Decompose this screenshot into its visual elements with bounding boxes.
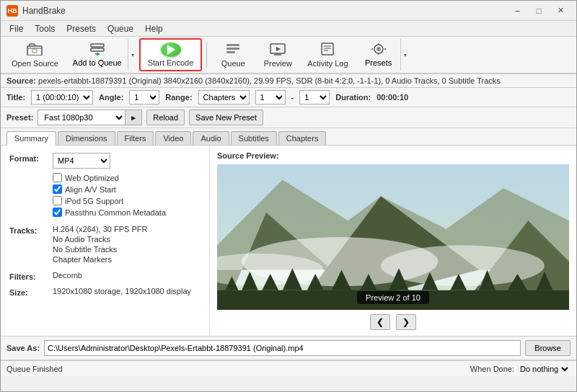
- tracks-section-label: Tracks:: [9, 225, 53, 235]
- toolbar: Open Source Add to Queue ▾ Start Encode: [1, 37, 576, 74]
- duration-label: Duration:: [335, 93, 371, 102]
- align-av-row: Align A/V Start: [53, 184, 201, 194]
- reload-button[interactable]: Reload: [146, 110, 185, 125]
- saveas-bar: Save As: Browse: [1, 337, 576, 360]
- preview-next-button[interactable]: ❯: [396, 314, 416, 330]
- menu-file[interactable]: File: [4, 21, 29, 36]
- tab-audio[interactable]: Audio: [193, 131, 229, 145]
- when-done-section: When Done: Do nothing: [470, 364, 571, 374]
- start-encode-icon: [161, 43, 181, 57]
- menu-bar: File Tools Presets Queue Help: [1, 21, 576, 37]
- add-to-queue-button[interactable]: Add to Queue ▾: [66, 38, 138, 71]
- summary-panel: Format: MP4 Web Optimized Align A/V Star…: [1, 146, 210, 336]
- svg-point-17: [376, 47, 381, 51]
- format-section-label: Format:: [9, 153, 53, 163]
- track-0: H.264 (x264), 30 FPS PFR: [53, 225, 201, 233]
- minimize-button[interactable]: ‒: [507, 4, 527, 18]
- track-2: No Subtitle Tracks: [53, 245, 201, 254]
- queue-button[interactable]: Queue: [211, 38, 255, 71]
- passthru-metadata-label: Passthru Common Metadata: [65, 208, 166, 217]
- tab-dimensions[interactable]: Dimensions: [58, 131, 115, 145]
- ipod-support-label: iPod 5G Support: [65, 197, 123, 205]
- svg-rect-1: [32, 49, 37, 53]
- queue-icon: [225, 43, 241, 58]
- start-encode-label: Start Encode: [148, 58, 194, 67]
- add-queue-icon: [89, 43, 105, 57]
- save-new-preset-button[interactable]: Save New Preset: [189, 110, 263, 125]
- range-type-select[interactable]: Chapters: [198, 90, 250, 104]
- preset-arrow-button[interactable]: ►: [125, 110, 141, 125]
- title-label: Title:: [6, 93, 25, 102]
- preview-nav: ❮ ❯: [217, 310, 569, 330]
- source-value: pexels-ertabbt-18879391 (Original) 3840x…: [38, 76, 501, 85]
- presets-button[interactable]: Presets ▾: [356, 38, 410, 71]
- svg-marker-10: [276, 47, 281, 51]
- source-label: Source:: [6, 76, 36, 85]
- title-bar: HB HandBrake ‒ □ ✕: [1, 1, 576, 21]
- toolbar-separator-1: [206, 42, 207, 68]
- app-icon: HB: [6, 5, 18, 17]
- angle-select[interactable]: 1: [129, 90, 159, 104]
- filters-value: Decomb: [53, 271, 82, 280]
- ipod-support-checkbox[interactable]: [53, 196, 62, 205]
- close-button[interactable]: ✕: [550, 4, 571, 18]
- app-title: HandBrake: [22, 6, 507, 16]
- format-select[interactable]: MP4: [53, 153, 110, 169]
- preview-label: Preview: [264, 59, 292, 68]
- size-section-label: Size:: [9, 287, 53, 297]
- svg-rect-6: [226, 44, 239, 46]
- queue-label: Queue: [221, 59, 245, 68]
- open-source-button[interactable]: Open Source: [5, 38, 65, 71]
- menu-presets[interactable]: Presets: [61, 21, 102, 36]
- presets-dropdown-arrow[interactable]: ▾: [400, 39, 410, 71]
- saveas-input[interactable]: [44, 340, 521, 356]
- svg-rect-7: [226, 48, 239, 50]
- ipod-support-row: iPod 5G Support: [53, 196, 201, 205]
- main-content: Format: MP4 Web Optimized Align A/V Star…: [1, 146, 576, 337]
- svg-rect-8: [226, 51, 235, 53]
- title-select[interactable]: 1 (00:00:10): [31, 90, 93, 104]
- tab-filters[interactable]: Filters: [117, 131, 154, 145]
- range-from-select[interactable]: 1: [255, 90, 286, 104]
- tab-chapters[interactable]: Chapters: [278, 131, 327, 145]
- browse-button[interactable]: Browse: [525, 340, 571, 356]
- web-optimized-checkbox[interactable]: [53, 173, 62, 182]
- maximize-button[interactable]: □: [529, 4, 549, 18]
- preview-icon: [270, 43, 286, 58]
- align-av-label: Align A/V Start: [65, 185, 116, 194]
- menu-tools[interactable]: Tools: [29, 21, 61, 36]
- menu-queue[interactable]: Queue: [102, 21, 139, 36]
- range-dash: -: [291, 93, 294, 102]
- track-3: Chapter Markers: [53, 255, 201, 264]
- range-label: Range:: [165, 93, 192, 102]
- presets-icon: [371, 43, 387, 57]
- preview-prev-button[interactable]: ❮: [370, 314, 390, 330]
- preset-select[interactable]: Fast 1080p30: [38, 112, 125, 122]
- open-source-label: Open Source: [12, 59, 58, 68]
- track-1: No Audio Tracks: [53, 235, 201, 244]
- tab-summary[interactable]: Summary: [6, 131, 56, 146]
- add-queue-dropdown-arrow[interactable]: ▾: [128, 39, 137, 71]
- preview-title: Source Preview:: [217, 151, 569, 160]
- filters-section-label: Filters:: [9, 271, 53, 281]
- web-optimized-label: Web Optimized: [65, 174, 119, 182]
- preset-select-wrap: Fast 1080p30 ►: [38, 110, 142, 125]
- tracks-row: Tracks: H.264 (x264), 30 FPS PFR No Audi…: [9, 225, 201, 265]
- preview-button[interactable]: Preview: [256, 38, 299, 71]
- statusbar: Queue Finished When Done: Do nothing: [1, 360, 576, 376]
- activity-log-button[interactable]: Activity Log: [301, 38, 354, 71]
- align-av-checkbox[interactable]: [53, 184, 62, 194]
- add-queue-label: Add to Queue: [73, 58, 122, 67]
- tab-video[interactable]: Video: [155, 131, 191, 145]
- preview-badge: Preview 2 of 10: [357, 291, 429, 304]
- when-done-select[interactable]: Do nothing: [517, 364, 571, 374]
- source-bar: Source: pexels-ertabbt-18879391 (Origina…: [1, 74, 576, 88]
- svg-rect-12: [322, 43, 333, 55]
- range-to-select[interactable]: 1: [299, 90, 330, 104]
- menu-help[interactable]: Help: [139, 21, 169, 36]
- tab-subtitles[interactable]: Subtitles: [231, 131, 277, 145]
- activity-log-icon: [320, 43, 335, 58]
- passthru-metadata-checkbox[interactable]: [53, 208, 62, 217]
- start-encode-button[interactable]: Start Encode: [139, 38, 203, 71]
- activity-log-label: Activity Log: [307, 59, 348, 68]
